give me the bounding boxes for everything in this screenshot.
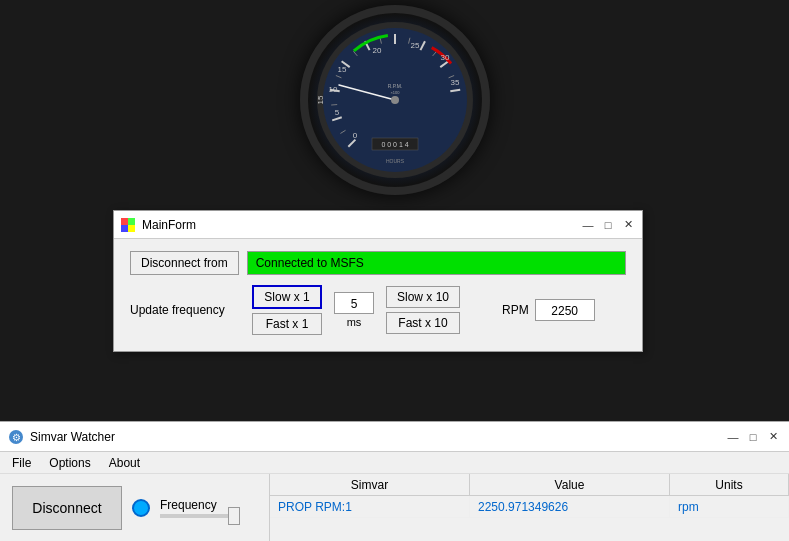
main-form-title: MainForm [142,218,196,232]
menu-about[interactable]: About [101,454,148,472]
fast-x10-button[interactable]: Fast x 10 [386,312,460,334]
main-form-body: Disconnect from Connected to MSFS Update… [114,239,642,351]
svg-text:20: 20 [372,46,381,55]
svg-text:30: 30 [440,53,449,62]
app-left-panel: Disconnect Frequency [0,474,270,541]
table-header: Simvar Value Units [270,474,789,496]
svg-text:×100: ×100 [390,90,400,95]
app-title-buttons: — □ ✕ [725,429,781,445]
svg-rect-35 [121,218,128,225]
svg-rect-38 [128,225,135,232]
ms-group: 5 ms [334,292,374,328]
app-title: Simvar Watcher [30,430,115,444]
close-button[interactable]: ✕ [620,217,636,233]
svg-text:15: 15 [316,95,325,104]
svg-rect-37 [121,225,128,232]
cell-simvar: PROP RPM:1 [270,496,470,517]
svg-text:5: 5 [334,108,339,117]
slider-container [160,514,240,518]
menu-file[interactable]: File [4,454,39,472]
status-text: Connected to MSFS [256,256,364,270]
svg-text:⚙: ⚙ [12,432,21,443]
frequency-slider[interactable] [160,514,240,518]
app-title-left: ⚙ Simvar Watcher [8,429,115,445]
gauge-area: 15 15 10 5 0 20 25 30 35 R.P.M. ×100 0 0… [0,0,789,200]
app-content: Disconnect Frequency Simvar Value [0,474,789,541]
svg-text:35: 35 [450,78,459,87]
gauge-svg: 15 15 10 5 0 20 25 30 35 R.P.M. ×100 0 0… [315,20,475,180]
frequency-area: Frequency [160,498,240,518]
slow-x1-button[interactable]: Slow x 1 [252,285,322,309]
frequency-row: Update frequency Slow x 1 Fast x 1 5 ms … [130,285,626,335]
title-left: MainForm [120,217,196,233]
header-units: Units [670,474,789,495]
slow-buttons-group: Slow x 1 Fast x 1 [252,285,322,335]
table-container: Simvar Value Units PROP RPM:1 2250.97134… [270,474,789,518]
update-frequency-label: Update frequency [130,303,240,317]
slow-x10-button[interactable]: Slow x 10 [386,286,460,308]
svg-text:0 0 0 1 4: 0 0 0 1 4 [381,141,408,148]
fast-x1-button[interactable]: Fast x 1 [252,313,322,335]
cell-value: 2250.971349626 [470,496,670,517]
cell-units: rpm [670,496,789,517]
main-form-titlebar: MainForm — □ ✕ [114,211,642,239]
app-minimize-button[interactable]: — [725,429,741,445]
app-table-area: Simvar Value Units PROP RPM:1 2250.97134… [270,474,789,541]
rpm-gauge: 15 15 10 5 0 20 25 30 35 R.P.M. ×100 0 0… [300,5,490,195]
disconnect-from-button[interactable]: Disconnect from [130,251,239,275]
rpm-label: RPM [502,303,529,317]
svg-text:HOURS: HOURS [385,158,404,164]
main-form-icon [120,217,136,233]
radio-indicator [132,499,150,517]
ms-value: 5 [334,292,374,314]
menu-options[interactable]: Options [41,454,98,472]
minimize-button[interactable]: — [580,217,596,233]
svg-rect-36 [128,218,135,225]
slow-fast-right: Slow x 10 Fast x 10 [386,286,460,334]
maximize-button[interactable]: □ [600,217,616,233]
app-icon: ⚙ [8,429,24,445]
svg-text:R.P.M.: R.P.M. [387,83,402,89]
status-row: Disconnect from Connected to MSFS [130,251,626,275]
main-form: MainForm — □ ✕ Disconnect from Connected… [113,210,643,352]
status-display: Connected to MSFS [247,251,626,275]
rpm-group: RPM 2250 [502,299,595,321]
svg-text:15: 15 [337,65,346,74]
app-titlebar: ⚙ Simvar Watcher — □ ✕ [0,422,789,452]
table-row: PROP RPM:1 2250.971349626 rpm [270,496,789,518]
rpm-value: 2250 [535,299,595,321]
app-maximize-button[interactable]: □ [745,429,761,445]
ms-label: ms [347,316,362,328]
svg-text:25: 25 [410,41,419,50]
slider-thumb[interactable] [228,507,240,525]
simvar-watcher-app: ⚙ Simvar Watcher — □ ✕ File Options Abou… [0,421,789,541]
disconnect-button[interactable]: Disconnect [12,486,122,530]
title-buttons: — □ ✕ [580,217,636,233]
svg-point-34 [391,96,399,104]
svg-text:10: 10 [328,85,337,94]
header-value: Value [470,474,670,495]
app-close-button[interactable]: ✕ [765,429,781,445]
app-menubar: File Options About [0,452,789,474]
svg-text:0: 0 [352,131,357,140]
header-simvar: Simvar [270,474,470,495]
